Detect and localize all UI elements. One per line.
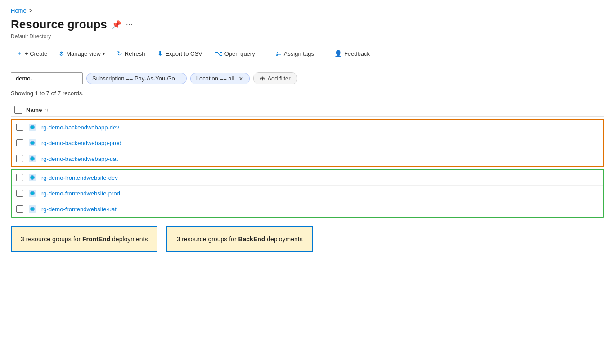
resource-group-icon: [28, 204, 37, 213]
breadcrumb-home[interactable]: Home: [11, 7, 27, 14]
svg-point-5: [31, 142, 34, 144]
chevron-down-icon: ▾: [103, 51, 105, 57]
table-row: rg-demo-frontendwebsite-prod: [12, 186, 603, 201]
page-subtitle: Default Directory: [11, 33, 604, 40]
resource-group-name-0[interactable]: rg-demo-backendwebapp-dev: [41, 124, 119, 131]
table-row: rg-demo-backendwebapp-dev: [12, 120, 603, 135]
svg-point-2: [31, 126, 34, 129]
table-row: rg-demo-frontendwebsite-dev: [12, 170, 603, 186]
row-checkbox-0[interactable]: [16, 124, 23, 131]
location-filter-tag: Location == all ✕: [190, 73, 250, 84]
create-button[interactable]: ＋ + Create: [11, 47, 53, 60]
svg-point-14: [31, 192, 34, 195]
backend-annotation-box: 3 resource groups for BackEnd deployment…: [166, 226, 312, 252]
frontend-annotation-bold: FrontEnd: [82, 235, 110, 243]
resource-group-name-5[interactable]: rg-demo-frontendwebsite-uat: [41, 206, 117, 213]
filter-bar: Subscription == Pay-As-You-Go… Location …: [11, 72, 604, 84]
backend-resource-group-section: rg-demo-backendwebapp-dev rg-demo-backen…: [11, 119, 604, 167]
row-checkbox-1[interactable]: [16, 139, 23, 146]
subscription-filter-label: Subscription == Pay-As-You-Go…: [92, 75, 181, 82]
name-column-header[interactable]: Name ↑↓: [26, 107, 49, 113]
manage-view-button[interactable]: ⚙ Manage view ▾: [54, 48, 110, 60]
table-header: Name ↑↓: [11, 103, 604, 117]
pin-icon[interactable]: 📌: [112, 20, 121, 30]
resource-group-name-1[interactable]: rg-demo-backendwebapp-prod: [41, 140, 121, 146]
page-header: Resource groups 📌 ···: [11, 18, 604, 31]
toolbar-divider-2: [324, 48, 324, 59]
feedback-button[interactable]: 👤 Feedback: [329, 47, 375, 60]
table-row: rg-demo-frontendwebsite-uat: [12, 201, 603, 217]
add-filter-icon: ⊕: [260, 75, 265, 82]
backend-annotation-label: 3 resource groups for: [176, 235, 236, 243]
resource-group-name-3[interactable]: rg-demo-frontendwebsite-dev: [41, 174, 118, 181]
add-filter-button[interactable]: ⊕ Add filter: [253, 72, 297, 84]
record-count: Showing 1 to 7 of 7 records.: [11, 90, 604, 97]
toolbar: ＋ + Create ⚙ Manage view ▾ ↻ Refresh ⬇ E…: [11, 47, 604, 66]
toolbar-divider: [265, 48, 265, 59]
refresh-button[interactable]: ↻ Refresh: [112, 47, 151, 60]
location-filter-label: Location == all: [196, 75, 234, 82]
subscription-filter-tag: Subscription == Pay-As-You-Go…: [86, 73, 187, 84]
search-input[interactable]: [11, 72, 83, 84]
row-checkbox-5[interactable]: [16, 205, 23, 213]
frontend-resource-group-section: rg-demo-frontendwebsite-dev rg-demo-fron…: [11, 169, 604, 218]
frontend-annotation-box: 3 resource groups for FrontEnd deploymen…: [11, 226, 157, 252]
tag-icon: 🏷: [275, 50, 282, 57]
svg-point-11: [31, 176, 34, 179]
table-row: rg-demo-backendwebapp-prod: [12, 135, 603, 151]
row-checkbox-4[interactable]: [16, 190, 23, 197]
more-options-icon[interactable]: ···: [126, 20, 133, 29]
svg-point-17: [31, 208, 34, 210]
export-csv-button[interactable]: ⬇ Export to CSV: [152, 47, 207, 60]
query-icon: ⌥: [215, 50, 222, 57]
table-row: rg-demo-backendwebapp-uat: [12, 151, 603, 166]
feedback-icon: 👤: [334, 50, 342, 57]
row-checkbox-3[interactable]: [16, 174, 23, 181]
resource-group-icon: [28, 189, 37, 198]
resource-group-icon: [28, 123, 37, 132]
resource-group-name-2[interactable]: rg-demo-backendwebapp-uat: [41, 155, 118, 162]
sort-icon: ↑↓: [44, 107, 49, 112]
open-query-button[interactable]: ⌥ Open query: [210, 47, 260, 60]
location-filter-close[interactable]: ✕: [238, 75, 244, 82]
assign-tags-button[interactable]: 🏷 Assign tags: [270, 47, 319, 60]
gear-icon: ⚙: [59, 50, 64, 57]
backend-annotation-bold: BackEnd: [238, 235, 265, 243]
frontend-annotation-label: 3 resource groups for: [21, 235, 81, 243]
breadcrumb: Home >: [11, 7, 604, 14]
annotation-area: 3 resource groups for FrontEnd deploymen…: [11, 226, 604, 252]
resource-group-icon: [28, 138, 37, 147]
resource-group-icon: [28, 154, 37, 163]
select-all-checkbox[interactable]: [14, 106, 22, 114]
row-checkbox-2[interactable]: [16, 155, 23, 162]
resource-group-name-4[interactable]: rg-demo-frontendwebsite-prod: [41, 190, 120, 197]
page-title: Resource groups: [11, 18, 107, 31]
refresh-icon: ↻: [117, 50, 122, 57]
create-icon: ＋: [16, 49, 22, 58]
resource-group-icon: [28, 173, 37, 182]
download-icon: ⬇: [157, 50, 163, 57]
breadcrumb-separator: >: [29, 7, 33, 14]
svg-point-8: [31, 157, 34, 160]
